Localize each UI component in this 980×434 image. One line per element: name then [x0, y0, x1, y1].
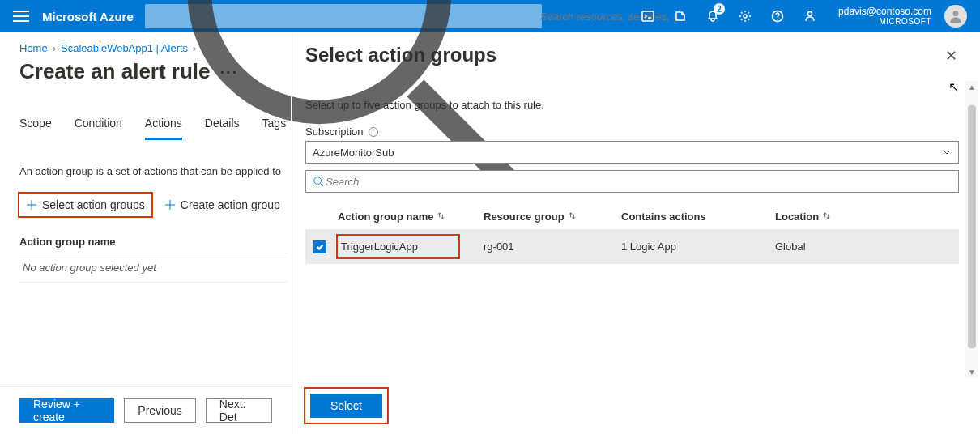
sort-icon	[568, 211, 577, 220]
panel-subtitle: Select up to five action groups to attac…	[305, 99, 959, 111]
cloud-shell-icon[interactable]	[633, 0, 663, 32]
scroll-thumb[interactable]	[968, 105, 976, 348]
col-resource-group[interactable]: Resource group	[484, 211, 621, 223]
page-title: Create an alert rule	[19, 59, 211, 84]
table-header: Action group name Resource group Contain…	[305, 204, 959, 229]
notification-badge: 2	[714, 3, 725, 15]
panel-scrollbar[interactable]: ▲ ▼	[965, 81, 978, 377]
selected-ag-header: Action group name	[19, 231, 288, 253]
selected-action-groups-table: Action group name No action group select…	[19, 231, 288, 283]
table-row[interactable]: TriggerLogicApp rg-001 1 Logic App Globa…	[305, 229, 959, 264]
row-rg: rg-001	[484, 240, 621, 253]
row-name: TriggerLogicApp	[338, 236, 458, 257]
global-search[interactable]	[145, 4, 542, 28]
plus-icon	[164, 199, 176, 211]
create-action-group-button[interactable]: Create action group	[158, 194, 287, 216]
user-account[interactable]: pdavis@contoso.com MICROSOFT	[838, 6, 931, 27]
search-icon	[313, 176, 324, 187]
sort-icon	[437, 211, 445, 220]
top-icons: 2	[633, 0, 825, 32]
svg-rect-2	[642, 11, 654, 21]
chevron-right-icon: ›	[53, 42, 56, 54]
col-location[interactable]: Location	[775, 211, 956, 223]
help-icon[interactable]	[762, 0, 793, 32]
crumb-home[interactable]: Home	[19, 42, 48, 54]
check-icon	[316, 243, 324, 251]
breadcrumb: Home › ScaleableWebApp1 | Alerts ›	[19, 42, 288, 54]
svg-point-6	[953, 11, 959, 16]
left-description: An action group is a set of actions that…	[19, 165, 288, 177]
portal-menu-button[interactable]	[13, 8, 29, 24]
tab-scope[interactable]: Scope	[19, 117, 52, 140]
user-tenant: MICROSOFT	[880, 17, 932, 27]
tab-condition[interactable]: Condition	[75, 117, 122, 140]
crumb-parent[interactable]: ScaleableWebApp1 | Alerts	[61, 42, 188, 54]
chevron-right-icon: ›	[193, 42, 196, 54]
review-create-button[interactable]: Review + create	[19, 398, 114, 423]
select-action-groups-label: Select action groups	[42, 198, 145, 211]
subscription-value: AzureMonitorSub	[313, 147, 394, 159]
row-location: Global	[775, 240, 956, 253]
col-action-group-name[interactable]: Action group name	[338, 211, 484, 223]
select-button-highlight: Select	[305, 389, 387, 423]
directories-icon[interactable]	[665, 0, 696, 32]
chevron-down-icon	[942, 147, 952, 157]
panel-title: Select action groups	[305, 44, 959, 66]
notifications-icon[interactable]: 2	[697, 0, 728, 32]
subscription-dropdown[interactable]: AzureMonitorSub	[305, 141, 959, 164]
avatar[interactable]	[944, 5, 967, 28]
next-button[interactable]: Next: Det	[206, 398, 272, 423]
select-action-groups-button[interactable]: Select action groups	[19, 194, 151, 216]
top-bar: Microsoft Azure 2 pdavis@contoso.com MIC…	[0, 0, 980, 32]
tabs: Scope Condition Actions Details Tags	[19, 117, 288, 141]
row-checkbox[interactable]	[313, 240, 326, 253]
cursor-icon: ↖	[948, 79, 959, 95]
left-pane: Home › ScaleableWebApp1 | Alerts › Creat…	[0, 32, 292, 434]
create-action-group-label: Create action group	[181, 198, 280, 211]
brand[interactable]: Microsoft Azure	[42, 10, 134, 23]
select-action-groups-panel: ✕ Select action groups Select up to five…	[292, 32, 980, 434]
row-actions: 1 Logic App	[621, 240, 775, 253]
scroll-up-icon[interactable]: ▲	[965, 81, 978, 92]
action-groups-table: Action group name Resource group Contain…	[305, 204, 959, 264]
plus-icon	[26, 199, 37, 211]
svg-point-5	[808, 12, 812, 16]
settings-icon[interactable]	[730, 0, 761, 32]
user-email: pdavis@contoso.com	[838, 6, 931, 17]
svg-point-3	[744, 15, 747, 18]
previous-button[interactable]: Previous	[124, 398, 195, 423]
svg-point-11	[314, 177, 322, 185]
close-panel-button[interactable]: ✕	[945, 47, 957, 65]
feedback-icon[interactable]	[795, 0, 825, 32]
action-group-search-input[interactable]	[324, 175, 952, 189]
selected-ag-empty: No action group selected yet	[19, 253, 288, 283]
panel-footer: Select	[292, 377, 980, 434]
scroll-down-icon[interactable]: ▼	[965, 366, 978, 377]
select-button[interactable]: Select	[310, 394, 382, 418]
info-icon[interactable]: i	[369, 127, 378, 137]
subscription-label: Subscription i	[305, 126, 959, 138]
wizard-footer: Review + create Previous Next: Det	[0, 386, 292, 434]
col-contains-actions[interactable]: Contains actions	[621, 211, 775, 223]
tab-tags[interactable]: Tags	[262, 117, 287, 140]
sort-icon	[822, 211, 831, 220]
action-group-search[interactable]	[305, 170, 959, 193]
tab-actions[interactable]: Actions	[145, 117, 182, 140]
svg-line-12	[321, 184, 324, 187]
tab-details[interactable]: Details	[205, 117, 240, 140]
